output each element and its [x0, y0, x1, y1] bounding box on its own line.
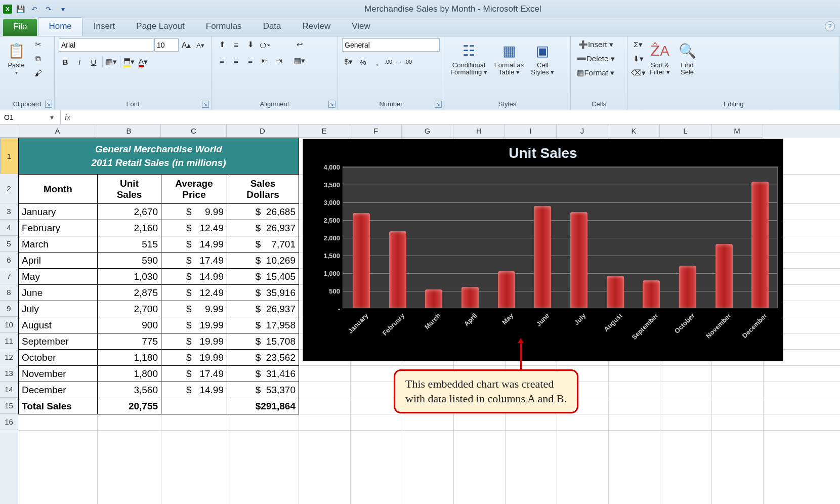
- help-button[interactable]: ?: [825, 21, 835, 31]
- font-name-select[interactable]: [59, 38, 153, 52]
- column-header-H[interactable]: H: [453, 124, 505, 138]
- increase-indent-button[interactable]: ⇥: [272, 55, 285, 67]
- column-header-A[interactable]: A: [18, 124, 97, 138]
- chart-bar-april[interactable]: [461, 287, 479, 308]
- column-header-C[interactable]: C: [161, 124, 227, 138]
- chart-bar-february[interactable]: [389, 231, 406, 308]
- fill-color-button[interactable]: ⬒▾: [122, 56, 136, 68]
- save-button[interactable]: 💾: [14, 3, 26, 15]
- chart-bar-august[interactable]: [607, 276, 624, 308]
- find-select-button[interactable]: 🔍Find Sele: [675, 38, 699, 78]
- comma-button[interactable]: ,: [370, 56, 384, 68]
- chart-bar-october[interactable]: [679, 266, 696, 308]
- column-header-E[interactable]: E: [299, 124, 350, 138]
- tab-review[interactable]: Review: [292, 18, 341, 36]
- align-left-button[interactable]: ≡: [216, 55, 229, 67]
- format-cells-button[interactable]: ▦ Format ▾: [575, 67, 617, 79]
- row-header-16[interactable]: 16: [0, 414, 18, 430]
- row-header-3[interactable]: 3: [0, 203, 18, 220]
- row-header-10[interactable]: 10: [0, 317, 18, 333]
- row-header-12[interactable]: 12: [0, 349, 18, 365]
- chart-bar-july[interactable]: [570, 212, 587, 308]
- orientation-button[interactable]: ⭯▾: [258, 38, 271, 51]
- bold-button[interactable]: B: [59, 56, 72, 68]
- column-header-K[interactable]: K: [608, 124, 660, 138]
- chart-bar-december[interactable]: [751, 182, 769, 308]
- tab-home[interactable]: Home: [38, 17, 82, 36]
- row-header-5[interactable]: 5: [0, 236, 18, 252]
- chart-bar-january[interactable]: [353, 213, 370, 308]
- align-center-button[interactable]: ≡: [230, 55, 243, 67]
- row-header-15[interactable]: 15: [0, 398, 18, 414]
- tab-formulas[interactable]: Formulas: [196, 18, 252, 36]
- column-header-F[interactable]: F: [350, 124, 402, 138]
- insert-cells-button[interactable]: ➕ Insert ▾: [575, 38, 617, 51]
- column-header-B[interactable]: B: [97, 124, 161, 138]
- currency-button[interactable]: $▾: [342, 56, 355, 68]
- tab-insert[interactable]: Insert: [83, 18, 125, 36]
- column-header-L[interactable]: L: [660, 124, 711, 138]
- italic-button[interactable]: I: [73, 56, 86, 68]
- font-size-select[interactable]: [154, 38, 179, 52]
- align-right-button[interactable]: ≡: [244, 55, 257, 67]
- paste-button[interactable]: 📋 Paste ▾: [4, 38, 28, 77]
- conditional-formatting-button[interactable]: ☷Conditional Formatting ▾: [448, 38, 489, 78]
- align-bottom-button[interactable]: ⬇: [244, 38, 257, 51]
- row-header-14[interactable]: 14: [0, 382, 18, 398]
- row-header-8[interactable]: 8: [0, 284, 18, 301]
- copy-button[interactable]: ⧉: [31, 53, 45, 65]
- align-middle-button[interactable]: ≡: [230, 38, 243, 51]
- embedded-chart[interactable]: Unit Sales -5001,0001,5002,0002,5003,000…: [303, 139, 783, 361]
- autosum-button[interactable]: Σ▾: [632, 38, 645, 51]
- name-box[interactable]: O1▾: [0, 110, 61, 124]
- underline-button[interactable]: U: [87, 56, 100, 68]
- tab-view[interactable]: View: [342, 18, 381, 36]
- borders-button[interactable]: ▦▾: [105, 56, 118, 68]
- column-header-I[interactable]: I: [505, 124, 557, 138]
- redo-button[interactable]: ↷: [43, 3, 55, 15]
- row-header-7[interactable]: 7: [0, 268, 18, 284]
- clear-button[interactable]: ⌫▾: [632, 67, 645, 79]
- chart-bar-november[interactable]: [716, 244, 733, 308]
- row-header-11[interactable]: 11: [0, 333, 18, 349]
- column-header-M[interactable]: M: [711, 124, 763, 138]
- column-header-G[interactable]: G: [402, 124, 453, 138]
- format-painter-button[interactable]: 🖌: [31, 67, 45, 79]
- tab-data[interactable]: Data: [253, 18, 291, 36]
- chart-bar-may[interactable]: [498, 271, 515, 308]
- undo-button[interactable]: ↶: [28, 3, 40, 15]
- cut-button[interactable]: ✂: [31, 38, 45, 51]
- sort-filter-button[interactable]: ẐASort & Filter ▾: [648, 38, 672, 78]
- fx-icon[interactable]: fx: [65, 113, 70, 121]
- delete-cells-button[interactable]: ➖ Delete ▾: [575, 53, 617, 65]
- chart-bar-june[interactable]: [534, 206, 551, 308]
- fill-button[interactable]: ⬇▾: [632, 53, 645, 65]
- increase-decimal-button[interactable]: .00→: [385, 56, 398, 68]
- font-color-button[interactable]: A▾: [137, 56, 150, 68]
- grow-font-button[interactable]: A▴: [180, 39, 193, 51]
- row-header-4[interactable]: 4: [0, 220, 18, 236]
- align-top-button[interactable]: ⬆: [216, 38, 229, 51]
- row-header-6[interactable]: 6: [0, 252, 18, 268]
- row-header-2[interactable]: 2: [0, 174, 18, 203]
- wrap-text-button[interactable]: ↩: [291, 38, 308, 51]
- tab-page-layout[interactable]: Page Layout: [126, 18, 194, 36]
- qat-customize-button[interactable]: ▾: [57, 3, 69, 15]
- merge-center-button[interactable]: ▦▾: [291, 55, 308, 67]
- shrink-font-button[interactable]: A▾: [194, 39, 207, 51]
- formula-input[interactable]: [74, 113, 836, 121]
- decrease-decimal-button[interactable]: ←.00: [399, 56, 412, 68]
- number-dialog-launcher[interactable]: ↘: [435, 101, 442, 108]
- alignment-dialog-launcher[interactable]: ↘: [328, 101, 335, 108]
- format-as-table-button[interactable]: ▦Format as Table ▾: [492, 38, 526, 78]
- font-dialog-launcher[interactable]: ↘: [202, 101, 209, 108]
- row-header-13[interactable]: 13: [0, 365, 18, 382]
- file-tab[interactable]: File: [3, 19, 37, 36]
- row-header-9[interactable]: 9: [0, 301, 18, 317]
- clipboard-dialog-launcher[interactable]: ↘: [45, 101, 52, 108]
- cell-styles-button[interactable]: ▣Cell Styles ▾: [529, 38, 556, 78]
- column-header-D[interactable]: D: [227, 124, 299, 138]
- percent-button[interactable]: %: [356, 56, 369, 68]
- chart-bar-march[interactable]: [425, 289, 442, 308]
- decrease-indent-button[interactable]: ⇤: [258, 55, 271, 67]
